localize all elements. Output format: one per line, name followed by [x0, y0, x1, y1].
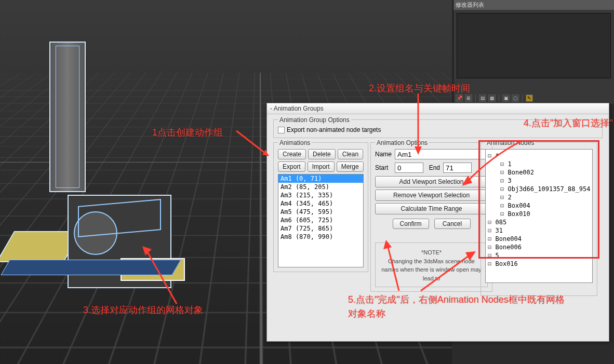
tool-icon-1[interactable]: ⊞ — [465, 95, 472, 102]
animation-groups-dialog: - Animation Groups Animation Group Optio… — [266, 103, 609, 342]
tree-node[interactable]: ⊟ Bone006 — [488, 243, 590, 251]
fieldset-anim-options: Animation Options Name Start End Add V — [370, 142, 492, 292]
legend-group-options: Animation Group Options — [278, 116, 351, 124]
separator — [499, 95, 499, 102]
name-label: Name — [375, 151, 392, 158]
animation-list-item[interactable]: Am4 (345, 465) — [278, 199, 363, 208]
animation-list-item[interactable]: Am7 (725, 865) — [278, 224, 363, 233]
note-body: Changing the 3dsMax scene node names whe… — [380, 257, 483, 283]
dialog-title[interactable]: - Animation Groups — [267, 103, 609, 114]
panel-toolbar: 📌 ⊞ ▤ ▦ ▣ ▢ ✎ — [456, 95, 533, 102]
separator — [522, 95, 523, 102]
modifier-panel: 修改器列表 📌 ⊞ ▤ ▦ ▣ ▢ ✎ — [453, 0, 614, 104]
tree-node[interactable]: ⊟ Box016 — [488, 260, 590, 268]
delete-button[interactable]: Delete — [308, 149, 336, 159]
fieldset-animations: Animations Create Delete Clean Export Im… — [273, 142, 368, 272]
tree-node[interactable]: ⊟ Box010 — [488, 210, 590, 218]
animations-listbox[interactable]: Am1 (0, 71)Am2 (85, 205)Am3 (215, 335)Am… — [278, 174, 364, 267]
tool-icon-3[interactable]: ▦ — [488, 95, 496, 102]
animation-list-item[interactable]: Am2 (85, 205) — [278, 183, 363, 191]
tree-node[interactable]: ⊟ Box004 — [488, 201, 590, 210]
export-non-animated-checkbox[interactable] — [278, 127, 285, 133]
animation-list-item[interactable]: Am8 (870, 990) — [278, 233, 363, 241]
legend-anim-options: Animation Options — [375, 139, 429, 146]
tree-node[interactable]: ⊟ 5 — [488, 251, 590, 260]
add-viewport-button[interactable]: Add Viewport Selection — [375, 176, 488, 187]
remove-viewport-button[interactable]: Remove Viewport Selection — [375, 190, 488, 201]
tree-node[interactable]: ⊟ Bone002 — [488, 168, 590, 177]
tool-icon-4[interactable]: ▣ — [502, 95, 510, 102]
note-box: *NOTE* Changing the 3dsMax scene node na… — [375, 242, 488, 287]
fieldset-group-options: Animation Group Options Export non-anima… — [273, 119, 603, 138]
start-label: Start — [375, 164, 392, 171]
end-input[interactable] — [443, 163, 472, 173]
confirm-button[interactable]: Confirm — [393, 219, 429, 229]
tree-node[interactable]: ⊟ 31 — [488, 226, 590, 235]
config-icon[interactable]: ✎ — [526, 95, 533, 102]
modifier-panel-header: 修改器列表 — [453, 0, 614, 10]
pin-icon[interactable]: 📌 — [456, 95, 463, 102]
note-title: *NOTE* — [380, 248, 483, 257]
tree-node[interactable]: ⊟ * — [488, 152, 590, 160]
tree-node[interactable]: ⊟ 1 — [488, 160, 590, 168]
create-button[interactable]: Create — [278, 149, 306, 159]
legend-animations: Animations — [278, 139, 312, 146]
tree-node[interactable]: ⊟ Bone004 — [488, 235, 590, 243]
import-button[interactable]: Import — [308, 161, 335, 172]
start-input[interactable] — [395, 163, 423, 173]
tree-node[interactable]: ⊟ 085 — [488, 218, 590, 226]
animation-list-item[interactable]: Am5 (475, 595) — [278, 208, 363, 216]
export-non-animated-label: Export non-animated node targets — [287, 126, 381, 133]
end-label: End — [426, 164, 440, 171]
tree-node[interactable]: ⊟ Obj3d66_1091357_88_954 — [488, 185, 590, 193]
animation-list-item[interactable]: Am6 (605, 725) — [278, 216, 363, 224]
cancel-button[interactable]: Cancel — [434, 219, 471, 229]
name-input[interactable] — [395, 149, 488, 159]
tree-node[interactable]: ⊟ 3 — [488, 177, 590, 185]
animation-nodes-tree[interactable]: ⊟ *⊟ 1⊟ Bone002⊟ 3⊟ Obj3d66_1091357_88_9… — [485, 149, 593, 283]
clean-button[interactable]: Clean — [338, 149, 363, 159]
calc-range-button[interactable]: Calculate Time Range — [375, 203, 488, 214]
tree-node[interactable]: ⊟ 2 — [488, 193, 590, 201]
tool-icon-5[interactable]: ▢ — [512, 95, 519, 102]
export-button[interactable]: Export — [278, 161, 305, 172]
modifier-list-box[interactable] — [457, 13, 611, 78]
separator — [475, 95, 476, 102]
legend-anim-nodes: Animation Nodes — [485, 139, 536, 146]
merge-button[interactable]: Merge — [337, 161, 364, 172]
animation-list-item[interactable]: Am1 (0, 71) — [278, 174, 363, 183]
tool-icon-2[interactable]: ▤ — [479, 95, 486, 102]
fieldset-anim-nodes: Animation Nodes ⊟ *⊟ 1⊟ Bone002⊟ 3⊟ Obj3… — [480, 142, 597, 296]
animation-list-item[interactable]: Am3 (215, 335) — [278, 191, 363, 199]
